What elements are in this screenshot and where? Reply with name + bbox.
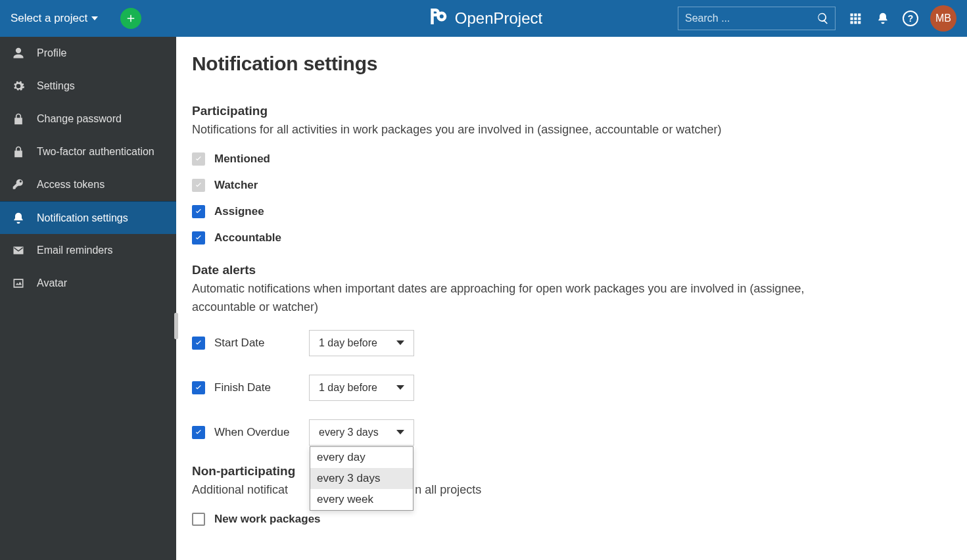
date-label: When Overdue <box>214 426 300 439</box>
add-button[interactable] <box>120 8 141 29</box>
content-area: Notification settings Participating Noti… <box>176 37 967 560</box>
participating-heading: Participating <box>192 104 951 118</box>
search-box[interactable] <box>678 7 836 30</box>
svg-rect-1 <box>854 14 857 16</box>
date-label: Finish Date <box>214 381 300 394</box>
sidebar-item-notification-settings[interactable]: Notification settings <box>0 201 176 234</box>
check-label: New work packages <box>214 513 321 526</box>
select-value: 1 day before <box>319 337 377 349</box>
check-row-accountable: Accountable <box>192 231 951 245</box>
bell-icon <box>12 212 25 225</box>
checkbox[interactable] <box>192 231 205 245</box>
check-label: Mentioned <box>214 152 270 166</box>
checkbox[interactable] <box>192 513 205 526</box>
non-participating-heading: Non-participating <box>192 464 951 478</box>
date-row-start-date: Start Date1 day before <box>192 330 951 356</box>
sidebar-item-change-password[interactable]: Change password <box>0 103 176 135</box>
search-icon[interactable] <box>816 11 830 26</box>
sidebar-item-label: Access tokens <box>37 179 105 191</box>
sidebar-item-profile[interactable]: Profile <box>0 37 176 70</box>
svg-rect-3 <box>851 17 853 20</box>
checkbox[interactable] <box>192 381 205 394</box>
date-row-when-overdue: When Overdueevery 3 daysevery dayevery 3… <box>192 419 951 446</box>
sidebar-item-settings[interactable]: Settings <box>0 70 176 103</box>
check-row-assignee: Assignee <box>192 205 951 218</box>
select-value: 1 day before <box>319 382 377 394</box>
date-row-finish-date: Finish Date1 day before <box>192 375 951 401</box>
gears-icon <box>12 80 25 93</box>
sidebar-item-label: Change password <box>37 113 122 125</box>
checkbox[interactable] <box>192 337 205 350</box>
user-avatar[interactable]: MB <box>930 5 956 32</box>
checkbox[interactable] <box>192 426 205 439</box>
section-non-participating: Non-participating Additional notificatio… <box>192 464 951 526</box>
option[interactable]: every week <box>310 489 413 510</box>
check-row-new-wp: New work packages <box>192 513 951 526</box>
caret-down-icon <box>396 340 404 345</box>
sidebar-item-label: Settings <box>37 80 75 92</box>
date-alerts-desc: Automatic notifications when important d… <box>192 280 823 317</box>
sidebar-item-access-tokens[interactable]: Access tokens <box>0 168 176 201</box>
svg-rect-7 <box>854 21 857 24</box>
lock-icon <box>12 112 25 126</box>
checkbox <box>192 179 205 192</box>
brand: OpenProject <box>425 5 542 32</box>
search-input[interactable] <box>685 12 816 24</box>
option[interactable]: every 3 days <box>310 468 413 489</box>
lock-icon <box>12 145 25 158</box>
svg-rect-2 <box>858 14 861 16</box>
svg-rect-6 <box>851 21 853 24</box>
date-label: Start Date <box>214 337 300 350</box>
caret-down-icon <box>396 430 404 434</box>
section-participating: Participating Notifications for all acti… <box>192 104 951 245</box>
project-selector-label: Select a project <box>11 12 87 25</box>
caret-down-icon <box>396 385 404 390</box>
avatar-initials: MB <box>935 12 951 24</box>
plus-icon <box>125 12 137 24</box>
check-row-mentioned: Mentioned <box>192 152 951 166</box>
page-title: Notification settings <box>192 53 951 75</box>
select-finish-date[interactable]: 1 day before <box>309 375 414 401</box>
user-icon <box>12 47 25 60</box>
date-alerts-heading: Date alerts <box>192 263 951 277</box>
sidebar-item-label: Notification settings <box>37 212 128 224</box>
sidebar-item-label: Two-factor authentication <box>37 146 154 158</box>
svg-rect-0 <box>851 14 853 16</box>
sidebar-item-two-factor[interactable]: Two-factor authentication <box>0 135 176 168</box>
bell-icon[interactable] <box>875 11 891 26</box>
sidebar-item-label: Avatar <box>37 277 67 289</box>
checkbox[interactable] <box>192 205 205 218</box>
option[interactable]: every day <box>310 447 413 468</box>
help-icon[interactable]: ? <box>903 11 918 26</box>
checkbox <box>192 152 205 166</box>
select-value: every 3 days <box>319 427 379 438</box>
image-icon <box>12 277 25 290</box>
select-start-date[interactable]: 1 day before <box>309 330 414 356</box>
dropdown-when-overdue: every dayevery 3 daysevery week <box>310 446 413 511</box>
svg-rect-5 <box>858 17 861 20</box>
non-participating-desc: Additional notifications for work packag… <box>192 481 823 500</box>
sidebar-resize-handle[interactable] <box>174 313 178 339</box>
caret-down-icon <box>91 16 98 20</box>
project-selector[interactable]: Select a project <box>11 12 98 25</box>
brand-logo-icon <box>425 5 448 32</box>
mail-icon <box>12 244 25 257</box>
select-when-overdue[interactable]: every 3 daysevery dayevery 3 daysevery w… <box>309 419 414 446</box>
sidebar: ProfileSettingsChange passwordTwo-factor… <box>0 37 176 560</box>
check-row-watcher: Watcher <box>192 179 951 192</box>
sidebar-item-label: Profile <box>37 47 66 59</box>
sidebar-item-email-reminders[interactable]: Email reminders <box>0 234 176 267</box>
check-label: Accountable <box>214 231 281 245</box>
top-bar: Select a project OpenProject ? MB <box>0 0 967 37</box>
sidebar-item-label: Email reminders <box>37 245 113 256</box>
brand-text: OpenProject <box>455 9 542 28</box>
svg-rect-8 <box>858 21 861 24</box>
svg-rect-4 <box>854 17 857 20</box>
check-label: Watcher <box>214 179 258 192</box>
key-icon <box>12 178 25 191</box>
check-label: Assignee <box>214 205 264 218</box>
grid-icon[interactable] <box>847 11 863 26</box>
section-date-alerts: Date alerts Automatic notifications when… <box>192 263 951 446</box>
participating-desc: Notifications for all activities in work… <box>192 121 823 139</box>
sidebar-item-avatar[interactable]: Avatar <box>0 267 176 300</box>
